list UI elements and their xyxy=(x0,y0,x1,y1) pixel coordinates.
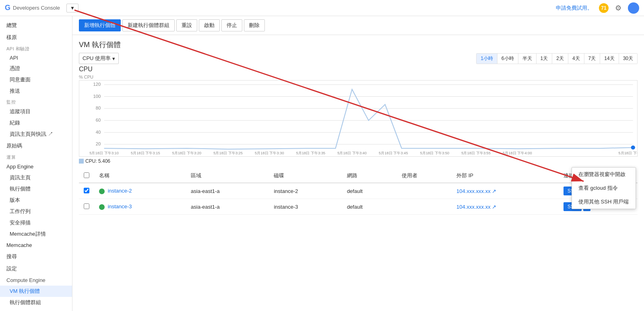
time-btn-1d[interactable]: 1天 xyxy=(537,54,553,64)
th-checkbox xyxy=(79,169,94,183)
time-btn-6h[interactable]: 6小時 xyxy=(497,54,518,64)
page-title: VM 執行個體 xyxy=(72,35,644,53)
sidebar-item-push[interactable]: 推送 xyxy=(0,85,72,97)
sidebar-item-search[interactable]: 搜尋 xyxy=(0,251,72,263)
row1-zone: asia-east1-a xyxy=(186,183,269,199)
sidebar-item-appengine-queue[interactable]: 工作佇列 xyxy=(0,206,72,217)
row1-checkbox-cell xyxy=(79,183,94,199)
time-btn-7d[interactable]: 7天 xyxy=(584,54,601,64)
start-button[interactable]: 啟動 xyxy=(199,19,220,31)
sidebar-item-log[interactable]: 紀錄 xyxy=(0,117,72,129)
sidebar-item-credentials[interactable]: 憑證 xyxy=(0,63,72,74)
sidebar-item-instance-templates[interactable]: 執行個體範本 xyxy=(0,308,72,311)
sidebar-section-monitor: 監控 xyxy=(0,97,72,106)
trial-link[interactable]: 申請免費試用。 xyxy=(556,4,592,12)
svg-text:5月18日 下午3:10: 5月18日 下午3:10 xyxy=(89,151,119,155)
svg-text:5月18日 下午3:35: 5月18日 下午3:35 xyxy=(296,151,326,155)
svg-text:5月18日 下午4:00: 5月18日 下午4:00 xyxy=(503,151,532,155)
instances-table: 名稱 區域 磁碟 網路 使用者 外部 IP 連接 xyxy=(79,169,638,215)
time-btn-4d[interactable]: 4天 xyxy=(568,54,584,64)
project-selector[interactable]: ▼ xyxy=(66,4,78,12)
topbar: G Developers Console ▼ 申請免費試用。 71 ⚙ xyxy=(0,0,644,16)
time-btn-1h[interactable]: 1小時 xyxy=(477,54,497,64)
content-area: 新增執行個體 新建執行個體群組 重設 啟動 停止 刪除 VM 執行個體 CPU … xyxy=(72,16,644,311)
sidebar-item-appengine-security[interactable]: 安全掃描 xyxy=(0,217,72,228)
svg-text:5月18日 下午4:08: 5月18日 下午4:08 xyxy=(618,151,637,155)
legend-color-dot xyxy=(79,159,84,164)
svg-text:20: 20 xyxy=(96,141,101,146)
chart-container: CPU % CPU 120 100 80 60 40 20 xyxy=(72,66,644,166)
sidebar-item-instance-groups[interactable]: 執行個體群組 xyxy=(0,297,72,308)
svg-text:40: 40 xyxy=(96,130,101,135)
time-btn-30d[interactable]: 30天 xyxy=(619,54,637,64)
sidebar-item-settings[interactable]: 設定 xyxy=(0,263,72,275)
row2-checkbox[interactable] xyxy=(84,203,89,209)
row1-status-dot xyxy=(99,189,105,194)
select-all-checkbox[interactable] xyxy=(84,172,89,178)
sidebar-item-appengine-versions[interactable]: 版本 xyxy=(0,195,72,206)
sidebar-item-compute-engine[interactable]: Compute Engine xyxy=(0,275,72,286)
sidebar-item-vm-instances[interactable]: VM 執行個體 xyxy=(0,286,72,297)
avatar[interactable] xyxy=(628,2,639,14)
time-btn-2d[interactable]: 2天 xyxy=(552,54,568,64)
table-header-row: 名稱 區域 磁碟 網路 使用者 外部 IP 連接 xyxy=(79,169,638,183)
sidebar-item-memcache-detail[interactable]: Memcache詳情 xyxy=(0,228,72,240)
th-network: 網路 xyxy=(342,169,397,183)
notification-icon[interactable]: 71 xyxy=(599,3,609,13)
sidebar-item-appengine-instances[interactable]: 執行個體 xyxy=(0,183,72,195)
chart-wrapper: 120 100 80 60 40 20 5月18日 下午3:10 5月18日 下… xyxy=(79,80,638,157)
time-btn-halfday[interactable]: 半天 xyxy=(518,54,537,64)
time-btn-14d[interactable]: 14天 xyxy=(600,54,619,64)
sidebar-item-trace[interactable]: 追蹤項目 xyxy=(0,106,72,117)
row2-network: default xyxy=(342,199,397,215)
svg-point-12 xyxy=(631,145,635,149)
sidebar-item-api[interactable]: API xyxy=(0,53,72,63)
row2-name: instance-3 xyxy=(94,199,186,215)
sidebar-item-source[interactable]: 樣原 xyxy=(0,31,72,44)
th-disk: 磁碟 xyxy=(269,169,342,183)
row1-name-label[interactable]: instance-2 xyxy=(108,188,132,194)
project-selector-label: ▼ xyxy=(70,5,75,11)
row2-user xyxy=(397,199,452,215)
svg-text:5月18日 下午3:20: 5月18日 下午3:20 xyxy=(172,151,202,155)
row1-disk: instance-2 xyxy=(269,183,342,199)
add-group-button[interactable]: 新建執行個體群組 xyxy=(122,19,175,31)
dropdown-item-other-ssh[interactable]: 使用其他 SSH 用戶端 xyxy=(572,195,636,209)
svg-text:5月18日 下午3:25: 5月18日 下午3:25 xyxy=(213,151,243,155)
svg-text:120: 120 xyxy=(93,82,101,87)
stop-button[interactable]: 停止 xyxy=(221,19,242,31)
dropdown-item-gcloud[interactable]: 查看 gcloud 指令 xyxy=(572,181,636,195)
sidebar-item-appengine-main[interactable]: 資訊主頁 xyxy=(0,172,72,183)
svg-text:5月18日 下午3:30: 5月18日 下午3:30 xyxy=(255,151,284,155)
time-range: 1小時 6小時 半天 1天 2天 4天 7天 14天 30天 xyxy=(476,53,638,64)
svg-text:5月18日 下午3:45: 5月18日 下午3:45 xyxy=(379,151,408,155)
row2-zone: asia-east1-a xyxy=(186,199,269,215)
chart-ylabel: % CPU xyxy=(79,75,638,79)
sidebar-item-consent[interactable]: 同意畫面 xyxy=(0,74,72,85)
row1-external-ip: 104.xxx.xxx.xx ↗ xyxy=(452,183,559,199)
add-instance-button[interactable]: 新增執行個體 xyxy=(79,19,121,31)
chart-controls: CPU 使用率 ▾ 1小時 6小時 半天 1天 2天 4天 7天 14天 30天 xyxy=(72,53,644,64)
row1-checkbox[interactable] xyxy=(84,188,89,193)
dropdown-item-browser[interactable]: 在瀏覽器視窗中開啟 xyxy=(572,168,636,181)
reset-button[interactable]: 重設 xyxy=(176,19,197,31)
chart-title: CPU xyxy=(79,66,638,73)
sidebar-item-info[interactable]: 資訊主頁與快訊 ↗ xyxy=(0,129,72,140)
google-g-icon: G xyxy=(5,4,10,12)
row1-user xyxy=(397,183,452,199)
row2-name-label[interactable]: instance-3 xyxy=(108,203,132,209)
row2-disk: instance-3 xyxy=(269,199,342,215)
sidebar-item-appengine[interactable]: App Engine xyxy=(0,161,72,172)
gear-icon[interactable]: ⚙ xyxy=(615,4,621,12)
sidebar-item-memcache[interactable]: Memcache xyxy=(0,240,72,251)
row1-name: instance-2 xyxy=(94,183,186,199)
delete-button[interactable]: 刪除 xyxy=(244,19,265,31)
sidebar-item-overview[interactable]: 總覽 xyxy=(0,19,72,31)
notification-count: 71 xyxy=(601,5,606,11)
sidebar-item-source2[interactable]: 原始碼 xyxy=(0,140,72,152)
th-name: 名稱 xyxy=(94,169,186,183)
th-external-ip: 外部 IP xyxy=(452,169,559,183)
th-zone: 區域 xyxy=(186,169,269,183)
cpu-selector[interactable]: CPU 使用率 ▾ xyxy=(79,53,119,64)
main-layout: 總覽 樣原 API 和驗證 API 憑證 同意畫面 推送 監控 追蹤項目 紀錄 … xyxy=(0,16,644,311)
